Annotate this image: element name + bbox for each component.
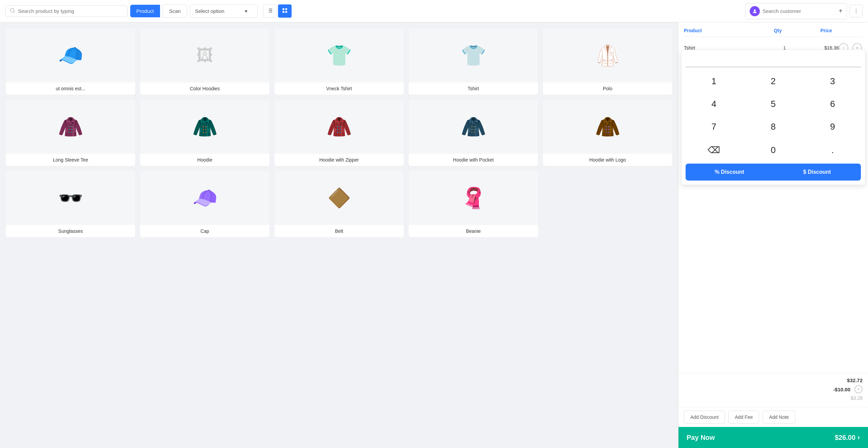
subtotal-amount: $32.72 <box>839 377 863 383</box>
action-row: Add Discount Add Fee Add Note <box>678 407 868 427</box>
pay-now-amount-arrow: $26.00 › <box>835 433 860 442</box>
pay-now-amount: $26.00 <box>835 434 855 441</box>
search-input[interactable] <box>18 8 123 14</box>
product-card[interactable]: Tshirt <box>408 28 538 95</box>
add-discount-button[interactable]: Add Discount <box>684 411 725 424</box>
header: Product Scan Select option ▾ + ⋮ <box>0 0 868 22</box>
dollar-discount-button[interactable]: $ Discount <box>773 164 861 181</box>
svg-rect-10 <box>285 11 287 13</box>
numpad-key-8[interactable]: 8 <box>745 117 802 137</box>
app-container: Product Scan Select option ▾ + ⋮ <box>0 0 868 448</box>
numpad-key-1[interactable]: 1 <box>686 71 742 91</box>
product-image <box>140 28 270 82</box>
svg-point-11 <box>754 9 755 11</box>
product-name: Beanie <box>409 225 538 237</box>
more-options-button[interactable]: ⋮ <box>850 5 863 17</box>
product-name: Cap <box>140 225 270 237</box>
product-image <box>274 99 404 154</box>
product-name: Hoodie with Pocket <box>409 154 538 166</box>
product-image <box>6 28 135 82</box>
product-card[interactable]: Vneck Tshirt <box>274 28 404 95</box>
scan-button[interactable]: Scan <box>163 4 187 18</box>
add-note-button[interactable]: Add Note <box>763 411 795 424</box>
add-fee-button[interactable]: Add Fee <box>728 411 759 424</box>
tax-amount: $3.28 <box>851 395 863 401</box>
numpad-key-9[interactable]: 9 <box>804 117 861 137</box>
col-price: Price <box>791 28 832 33</box>
product-card[interactable]: ut omnis est... <box>5 28 136 95</box>
product-name: Tshirt <box>409 82 538 95</box>
product-card[interactable]: Hoodie <box>140 99 270 166</box>
svg-rect-7 <box>282 8 284 10</box>
product-image <box>409 99 538 154</box>
right-panel: Product Qty Price Tshirt 1 $16.36 › × Vn… <box>678 22 868 448</box>
numpad-bottom: ⌫0. <box>686 140 861 160</box>
product-name: Hoodie <box>140 154 270 166</box>
product-card[interactable]: Long Sleeve Tee <box>5 99 136 166</box>
numpad-key-3[interactable]: 3 <box>804 71 861 91</box>
product-image <box>140 99 270 154</box>
product-card[interactable]: Polo <box>542 28 673 95</box>
subtotal-row: $32.72 <box>684 377 863 383</box>
product-name: Color Hoodies <box>140 82 270 95</box>
product-image <box>6 171 135 225</box>
product-name: Hoodie with Zipper <box>274 154 404 166</box>
product-image <box>6 99 135 154</box>
pay-now-button[interactable]: Pay Now $26.00 › <box>678 427 868 448</box>
product-name: Vneck Tshirt <box>274 82 404 95</box>
product-name: Hoodie with Logo <box>543 154 672 166</box>
product-image <box>409 171 538 225</box>
product-name: Polo <box>543 82 672 95</box>
col-qty: Qty <box>764 28 791 33</box>
numpad-key-backspace[interactable]: ⌫ <box>686 140 742 160</box>
numpad-grid: 123456789 <box>686 71 861 137</box>
product-image <box>543 99 672 154</box>
add-customer-button[interactable]: + <box>839 7 843 15</box>
product-card[interactable]: Belt <box>274 170 404 238</box>
product-card[interactable]: Hoodie with Pocket <box>408 99 538 166</box>
remove-discount-button[interactable]: × <box>854 385 863 393</box>
numpad-key-6[interactable]: 6 <box>804 94 861 114</box>
product-card[interactable]: Beanie <box>408 170 538 238</box>
product-image <box>274 28 404 82</box>
product-card[interactable]: Color Hoodies <box>140 28 270 95</box>
percent-discount-button[interactable]: % Discount <box>686 164 773 181</box>
customer-avatar <box>750 6 760 16</box>
customer-search-input[interactable] <box>763 8 839 14</box>
grid-view-button[interactable] <box>278 4 292 18</box>
numpad-key-7[interactable]: 7 <box>686 117 742 137</box>
chevron-down-icon: ▾ <box>245 8 248 14</box>
product-name: Long Sleeve Tee <box>6 154 135 166</box>
product-card[interactable]: Hoodie with Zipper <box>274 99 404 166</box>
customer-wrap: + <box>745 3 847 19</box>
product-image <box>543 28 672 82</box>
order-summary: $32.72 -$10.00 × $3.28 <box>678 373 868 407</box>
svg-rect-9 <box>282 11 284 13</box>
product-button[interactable]: Product <box>130 5 160 17</box>
numpad-display[interactable] <box>686 54 861 67</box>
numpad-key-2[interactable]: 2 <box>745 71 802 91</box>
product-name: Sunglasses <box>6 225 135 237</box>
product-card[interactable]: Sunglasses <box>5 170 136 238</box>
numpad-key-dot[interactable]: . <box>804 140 861 160</box>
svg-point-0 <box>11 8 14 12</box>
product-name: ut omnis est... <box>6 82 135 95</box>
product-image <box>409 28 538 82</box>
product-card[interactable]: Cap <box>140 170 270 238</box>
product-card[interactable]: Hoodie with Logo <box>542 99 673 166</box>
select-option-label: Select option <box>195 8 224 14</box>
product-name: Belt <box>274 225 404 237</box>
search-icon <box>10 8 15 15</box>
numpad-key-0[interactable]: 0 <box>745 140 802 160</box>
product-image <box>140 171 270 225</box>
order-table-header: Product Qty Price <box>684 28 863 37</box>
discount-amount: -$10.00 <box>827 387 850 392</box>
category-select[interactable]: Select option ▾ <box>190 4 258 18</box>
numpad-key-4[interactable]: 4 <box>686 94 742 114</box>
numpad-key-5[interactable]: 5 <box>745 94 802 114</box>
list-view-button[interactable] <box>263 4 277 18</box>
products-grid: ut omnis est... Color Hoodies Vneck Tshi… <box>0 22 678 448</box>
pay-now-label: Pay Now <box>687 434 715 442</box>
numpad-overlay: 123456789 ⌫0. % Discount $ Discount <box>681 50 865 185</box>
discount-row: -$10.00 × <box>684 385 863 393</box>
